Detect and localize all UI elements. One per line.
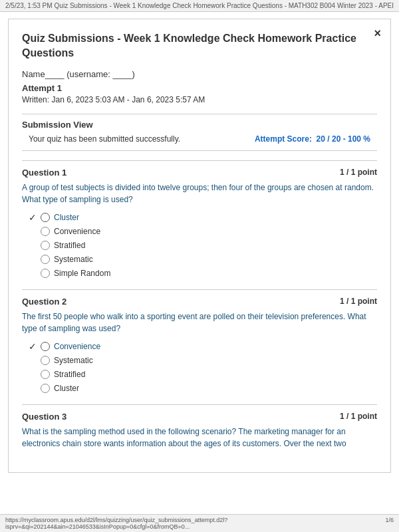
question-3-block: Question 3 1 / 1 point What is the sampl… xyxy=(22,404,377,450)
bottom-bar-page: 1/6 xyxy=(385,517,394,530)
check-icon xyxy=(29,240,39,251)
check-icon: ✓ xyxy=(29,212,39,223)
question-2-text: The first 50 people who walk into a spor… xyxy=(22,311,377,334)
question-1-answer-list: ✓ Cluster Convenience Stratified Systema… xyxy=(22,212,377,279)
answer-text: Stratified xyxy=(54,241,85,250)
question-2-points: 1 / 1 point xyxy=(340,297,377,306)
question-1-block: Question 1 1 / 1 point A group of test s… xyxy=(22,160,377,279)
check-icon xyxy=(29,369,39,380)
answer-text: Stratified xyxy=(54,370,85,379)
bottom-bar: https://myclassroom.apus.edu/d2l/lms/qui… xyxy=(0,514,399,532)
answer-item[interactable]: Stratified xyxy=(29,240,377,251)
question-3-points: 1 / 1 point xyxy=(340,412,377,421)
question-2-label: Question 2 xyxy=(22,297,66,307)
bottom-bar-url: https://myclassroom.apus.edu/d2l/lms/qui… xyxy=(5,517,385,530)
answer-text: Convenience xyxy=(54,227,100,236)
attempt-score-value: 20 / 20 - 100 % xyxy=(317,134,370,144)
radio-circle xyxy=(41,241,50,250)
check-icon: ✓ xyxy=(29,341,39,352)
check-icon xyxy=(29,383,39,394)
radio-circle xyxy=(41,342,50,351)
answer-text: Convenience xyxy=(54,342,100,351)
answer-item[interactable]: Stratified xyxy=(29,369,377,380)
submission-text: Your quiz has been submitted successfull… xyxy=(29,134,180,144)
name-line: Name____ (username: ____) xyxy=(22,69,377,79)
radio-circle xyxy=(41,356,50,365)
question-3-header: Question 3 1 / 1 point xyxy=(22,412,377,422)
attempt-score: Attempt Score: 20 / 20 - 100 % xyxy=(255,134,370,144)
attempt-score-label: Attempt Score: xyxy=(255,134,312,144)
answer-text: Systematic xyxy=(54,356,93,365)
question-3-text: What is the sampling method used in the … xyxy=(22,426,377,450)
radio-circle xyxy=(41,255,50,264)
answer-item[interactable]: Systematic xyxy=(29,355,377,366)
browser-tab-title: Quiz Submissions - Week 1 Knowledge Chec… xyxy=(55,2,394,9)
answer-text: Systematic xyxy=(54,255,93,264)
check-icon xyxy=(29,254,39,265)
answer-item[interactable]: Systematic xyxy=(29,254,377,265)
modal-container: × Quiz Submissions - Week 1 Knowledge Ch… xyxy=(8,19,391,473)
attempt-dates: Written: Jan 6, 2023 5:03 AM - Jan 6, 20… xyxy=(22,95,377,104)
question-1-points: 1 / 1 point xyxy=(340,168,377,177)
question-2-answer-list: ✓ Convenience Systematic Stratified Clus… xyxy=(22,341,377,394)
question-3-label: Question 3 xyxy=(22,412,66,422)
check-icon xyxy=(29,226,39,237)
close-button[interactable]: × xyxy=(374,27,381,39)
answer-item[interactable]: Convenience xyxy=(29,226,377,237)
radio-circle xyxy=(41,384,50,393)
answer-text: Cluster xyxy=(54,213,79,222)
answer-item[interactable]: ✓ Convenience xyxy=(29,341,377,352)
attempt-label: Attempt 1 xyxy=(22,83,377,93)
submission-view-label: Submission View xyxy=(22,120,377,130)
answer-text: Simple Random xyxy=(54,269,110,278)
question-2-header: Question 2 1 / 1 point xyxy=(22,297,377,307)
check-icon xyxy=(29,355,39,366)
radio-circle xyxy=(41,227,50,236)
modal-title: Quiz Submissions - Week 1 Knowledge Chec… xyxy=(22,31,377,61)
submission-view-section: Submission View Your quiz has been submi… xyxy=(22,114,377,151)
answer-item[interactable]: Simple Random xyxy=(29,268,377,279)
check-icon xyxy=(29,268,39,279)
submission-row: Your quiz has been submitted successfull… xyxy=(22,133,377,145)
answer-text: Cluster xyxy=(54,384,79,393)
question-1-header: Question 1 1 / 1 point xyxy=(22,168,377,178)
radio-circle xyxy=(41,213,50,222)
radio-circle xyxy=(41,370,50,379)
browser-bar: 2/5/23, 1:53 PM Quiz Submissions - Week … xyxy=(0,0,399,12)
question-2-block: Question 2 1 / 1 point The first 50 peop… xyxy=(22,289,377,394)
question-1-text: A group of test subjects is divided into… xyxy=(22,182,377,205)
radio-circle xyxy=(41,269,50,278)
question-1-label: Question 1 xyxy=(22,168,66,178)
answer-item[interactable]: ✓ Cluster xyxy=(29,212,377,223)
answer-item[interactable]: Cluster xyxy=(29,383,377,394)
browser-datetime: 2/5/23, 1:53 PM xyxy=(5,2,53,9)
